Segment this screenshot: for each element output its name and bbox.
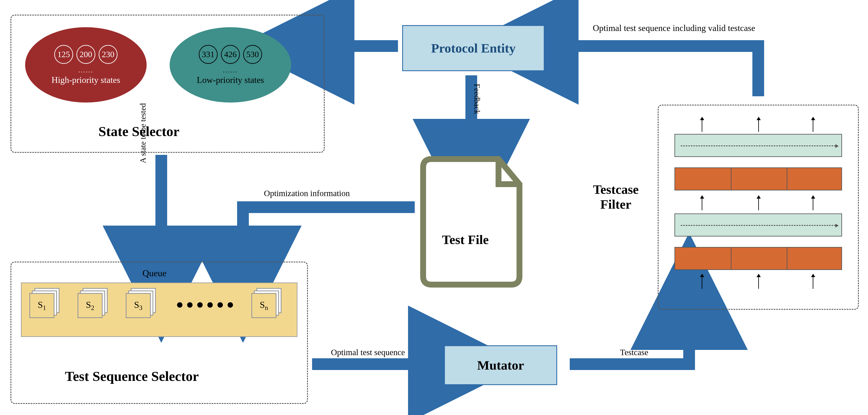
- ellipsis: ......: [223, 66, 238, 74]
- filter-dashed-arrow: [681, 145, 836, 146]
- label-optimal-valid: Optimal test sequence including valid te…: [593, 23, 755, 33]
- protocol-entity-label: Protocol Entity: [431, 41, 516, 56]
- tiny-arrow-up-icon: [702, 119, 702, 132]
- tiny-arrow-up-icon: [758, 276, 759, 289]
- label-feedback: Feedback: [472, 84, 482, 114]
- test-file-icon: Test File: [419, 155, 528, 289]
- arrow-tcf-to-pe: [555, 46, 758, 96]
- queue-item-sub: n: [265, 304, 268, 311]
- mutator-label: Mutator: [477, 358, 524, 373]
- code-circle: 230: [99, 45, 118, 64]
- protocol-entity-box: Protocol Entity: [402, 25, 545, 71]
- mutator-box: Mutator: [444, 345, 557, 385]
- tiny-arrow-up-icon: [813, 276, 813, 289]
- testcase-filter-title: Testcase Filter: [578, 182, 653, 212]
- queue-item-label: S: [260, 300, 265, 310]
- queue-item-sub: 1: [43, 304, 46, 311]
- label-testcase: Testcase: [620, 347, 648, 357]
- queue-item-label: S: [38, 300, 43, 310]
- code-circle: 200: [76, 45, 95, 64]
- testcase-filter-line1: Testcase: [578, 182, 653, 197]
- queue-title: Queue: [143, 268, 166, 279]
- testcase-filter-line2: Filter: [578, 197, 653, 212]
- test-file-label: Test File: [442, 232, 489, 247]
- filter-dashed-arrow: [681, 225, 836, 226]
- queue-item-sub: 3: [139, 304, 143, 311]
- code-circle: 530: [243, 45, 262, 64]
- queue-item-label: S: [86, 300, 91, 310]
- high-priority-codes: 125 200 230: [53, 45, 119, 64]
- label-optimal-test-sequence: Optimal test sequence: [331, 347, 405, 357]
- queue-item-label: S: [134, 300, 139, 310]
- queue-item-sub: 2: [91, 304, 94, 311]
- tiny-arrow-up-icon: [813, 119, 813, 132]
- test-sequence-selector-title: Test Sequence Selector: [65, 368, 199, 384]
- filter-orange-row: [675, 167, 842, 191]
- queue-dots: ●●●●●●: [176, 297, 237, 312]
- tiny-arrow-up-icon: [702, 276, 702, 289]
- low-priority-codes: 331 426 530: [197, 45, 264, 64]
- tiny-arrow-up-icon: [758, 119, 759, 132]
- low-priority-label: Low-priority states: [197, 75, 264, 85]
- code-circle: 426: [221, 45, 240, 64]
- arrow-tf-to-tss: [243, 207, 415, 249]
- low-priority-ellipse: 331 426 530 ...... Low-priority states: [170, 27, 291, 103]
- high-priority-label: High-priority states: [52, 75, 120, 85]
- ellipsis: ......: [78, 66, 93, 74]
- filter-orange-row: [675, 247, 842, 270]
- label-optimization-info: Optimization information: [264, 188, 350, 198]
- tiny-arrow-up-icon: [813, 198, 813, 210]
- tiny-arrow-up-icon: [758, 198, 759, 210]
- code-circle: 331: [199, 45, 218, 64]
- code-circle: 125: [54, 45, 73, 64]
- tiny-arrow-up-icon: [702, 198, 702, 210]
- arrow-mut-to-tf: [570, 326, 689, 364]
- high-priority-ellipse: 125 200 230 ...... High-priority states: [25, 27, 147, 103]
- label-state-to-be-tested: A state to be tested: [138, 103, 148, 163]
